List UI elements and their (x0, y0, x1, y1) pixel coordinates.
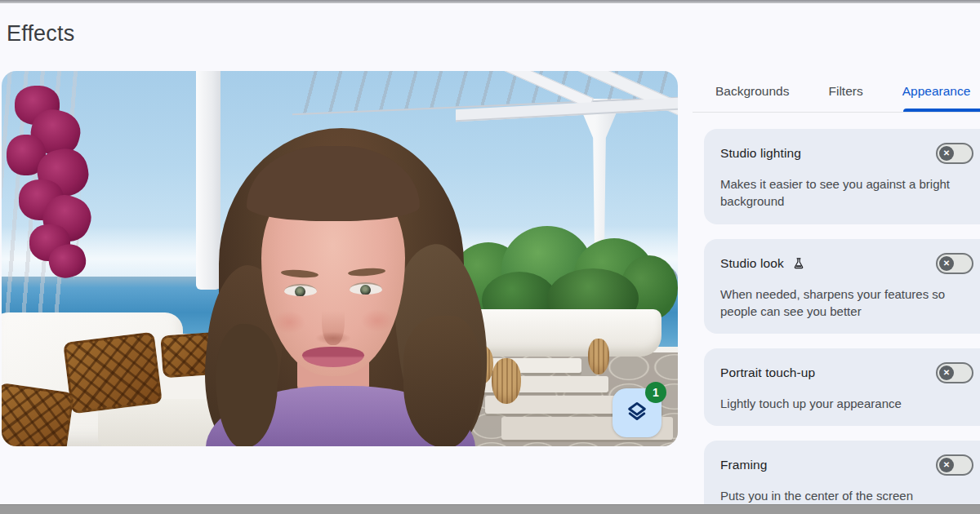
studio-look-toggle[interactable]: ✕ (936, 253, 973, 274)
setting-card-portrait-touch-up: Portrait touch-up ✕ Lightly touch up you… (704, 348, 980, 426)
setting-card-studio-look: Studio look ✕ When needed, sharpens your… (704, 239, 980, 335)
setting-title: Studio look (720, 256, 784, 271)
setting-card-framing: Framing ✕ Puts you in the center of the … (704, 441, 980, 514)
layers-icon (625, 400, 649, 427)
toggle-off-x-icon: ✕ (939, 256, 954, 271)
setting-description: When needed, sharpens your features so p… (720, 286, 965, 321)
tab-backgrounds[interactable]: Backgrounds (715, 84, 789, 99)
wicker-lantern (492, 358, 521, 404)
patterned-pillow (2, 383, 74, 446)
cheek-blush (273, 311, 305, 334)
cheek-blush (361, 309, 394, 332)
page-title: Effects (7, 21, 74, 47)
setting-title: Portrait touch-up (720, 366, 815, 380)
tab-bar: Backgrounds Filters Appearance (693, 71, 980, 112)
effects-count-badge: 1 (645, 382, 666, 403)
toggle-off-x-icon: ✕ (939, 366, 954, 380)
eyebrow (348, 267, 386, 277)
setting-title: Studio lighting (720, 146, 801, 161)
setting-description: Puts you in the center of the screen (720, 487, 965, 504)
eye (350, 282, 382, 295)
setting-description: Lightly touch up your appearance (720, 395, 965, 412)
framing-toggle[interactable]: ✕ (936, 454, 973, 476)
nose-shadow (315, 332, 351, 344)
toggle-off-x-icon: ✕ (939, 146, 954, 161)
iris (360, 285, 371, 295)
self-view-video-preview: 1 (2, 71, 678, 446)
portrait-touch-up-toggle[interactable]: ✕ (936, 362, 973, 383)
experiment-flask-icon (792, 257, 805, 270)
eye (284, 284, 317, 296)
patterned-pillow (63, 332, 163, 414)
pergola-post (196, 71, 220, 290)
setting-card-studio-lighting: Studio lighting ✕ Makes it easier to see… (704, 129, 980, 224)
iris (295, 286, 305, 296)
woman-hair-lock (403, 316, 482, 446)
toggle-off-x-icon: ✕ (939, 458, 954, 472)
lips (302, 347, 364, 367)
tab-filters[interactable]: Filters (828, 84, 862, 99)
setting-description: Makes it easier to see you against a bri… (720, 175, 965, 210)
woman-hair-lock (216, 324, 278, 446)
tab-divider (693, 112, 980, 113)
studio-lighting-toggle[interactable]: ✕ (936, 143, 973, 164)
window-top-edge (0, 0, 980, 3)
effects-panel: Backgrounds Filters Appearance Studio li… (693, 71, 980, 504)
appearance-settings-list: Studio lighting ✕ Makes it easier to see… (704, 129, 980, 514)
eyebrow (281, 268, 319, 278)
setting-title: Framing (720, 458, 768, 472)
wicker-lantern (588, 339, 609, 374)
effects-layers-button[interactable]: 1 (612, 388, 662, 437)
window-bottom-bar (0, 504, 980, 514)
tab-appearance[interactable]: Appearance (902, 84, 971, 99)
